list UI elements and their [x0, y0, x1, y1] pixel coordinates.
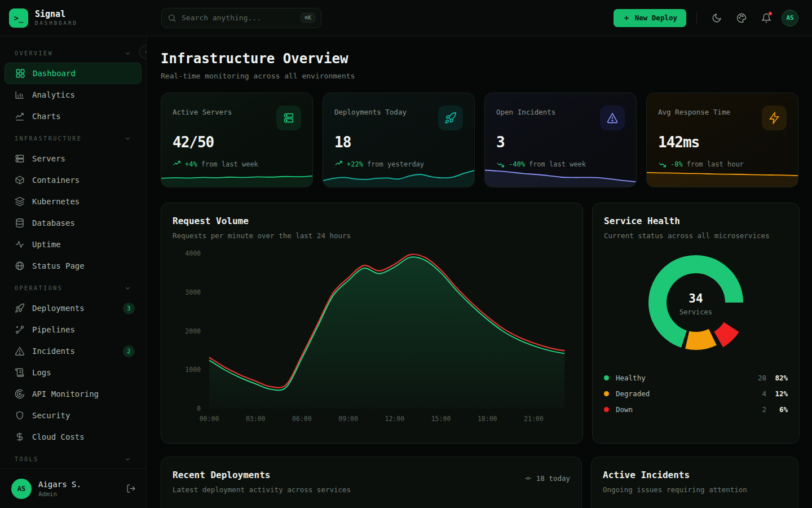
logout-button[interactable] — [126, 484, 136, 493]
sidebar-item-cloud-costs[interactable]: Cloud Costs — [5, 426, 142, 448]
legend-row-degraded: Degraded 4 12% — [604, 386, 788, 401]
trending-chart-icon — [15, 111, 25, 121]
server-icon — [15, 154, 25, 164]
sidebar-item-label: API Monitoring — [32, 389, 99, 398]
healthy-dot-icon — [604, 375, 609, 380]
recent-deployments-panel: Recent Deployments Latest deployment act… — [161, 457, 582, 508]
bolt-icon — [762, 106, 787, 130]
stat-value: 142ms — [658, 134, 787, 151]
alert-triangle-icon — [600, 106, 625, 130]
git-branch-icon — [15, 325, 25, 335]
sidebar-item-security[interactable]: Security — [5, 405, 142, 426]
sidebar-section-operations[interactable]: OPERATIONS — [5, 277, 142, 297]
sidebar-item-label: Kubernetes — [32, 197, 80, 206]
plus-icon — [623, 14, 630, 22]
sparkline-chart — [161, 161, 312, 187]
app-name: Signal — [35, 10, 78, 19]
sidebar-item-pipelines[interactable]: Pipelines — [5, 319, 142, 340]
sidebar-section-tools[interactable]: TOOLS — [5, 448, 142, 468]
service-health-legend: Healthy 28 82% Degraded 4 12% Down 2 — [604, 370, 788, 417]
active-incidents-panel: Active Incidents Ongoing issues requirin… — [591, 457, 798, 508]
moon-icon — [712, 13, 722, 23]
stat-card-open-incidents[interactable]: Open Incidents 3 -40%from last week — [484, 93, 637, 187]
sidebar-section-overview[interactable]: OVERVIEW — [5, 42, 142, 63]
request-volume-panel: Request Volume Requests per minute over … — [161, 203, 583, 444]
sidebar-section-infrastructure[interactable]: INFRASTRUCTURE — [5, 127, 142, 148]
new-deploy-button[interactable]: New Deploy — [614, 9, 686, 27]
sidebar-item-kubernetes[interactable]: Kubernetes — [5, 191, 142, 212]
sidebar-item-servers[interactable]: Servers — [5, 148, 142, 169]
sidebar-item-label: Logs — [32, 368, 51, 377]
sidebar-item-label: Servers — [32, 154, 65, 163]
box-icon — [15, 175, 25, 185]
scroll-icon — [15, 367, 25, 378]
user-role: Admin — [38, 491, 81, 498]
notification-dot — [768, 11, 773, 16]
sidebar-item-uptime[interactable]: Uptime — [5, 234, 142, 255]
sidebar-item-label: Uptime — [32, 240, 61, 249]
grid-icon — [15, 68, 25, 78]
stat-card-deployments-today[interactable]: Deployments Today 18 +22%from yesterday — [323, 93, 475, 187]
service-health-donut-chart — [642, 249, 749, 356]
logout-icon — [126, 484, 136, 493]
svg-text:09:00: 09:00 — [338, 415, 358, 423]
sidebar-item-api-monitoring[interactable]: API Monitoring — [5, 383, 142, 405]
panel-title: Request Volume — [173, 216, 571, 226]
sidebar-item-containers[interactable]: Containers — [5, 169, 142, 191]
degraded-dot-icon — [604, 391, 609, 396]
svg-text:06:00: 06:00 — [292, 415, 312, 423]
panel-subtitle: Requests per minute over the last 24 hou… — [173, 231, 571, 240]
chevron-down-icon — [124, 50, 131, 57]
stats-grid: Active Servers 42/50 +4%from last week D… — [161, 93, 798, 187]
chevron-left-icon — [143, 49, 147, 56]
sidebar-item-logs[interactable]: Logs — [5, 362, 142, 383]
sidebar: OVERVIEW Dashboard Analytics Charts INFR… — [0, 36, 147, 508]
panel-subtitle: Current status across all microservices — [604, 231, 788, 240]
server-icon — [276, 106, 301, 130]
page-subtitle: Real-time monitoring across all environm… — [161, 72, 798, 80]
stat-card-active-servers[interactable]: Active Servers 42/50 +4%from last week — [161, 93, 313, 187]
request-volume-chart: 0100020003000400000:0003:0006:0009:0012:… — [173, 243, 571, 432]
down-dot-icon — [604, 407, 609, 412]
chevron-down-icon — [124, 135, 131, 142]
svg-text:21:00: 21:00 — [524, 415, 544, 423]
sidebar-item-status-page[interactable]: Status Page — [5, 255, 142, 277]
dark-mode-toggle[interactable] — [707, 8, 726, 28]
incidents-count-badge: 2 — [123, 345, 135, 357]
panel-title: Recent Deployments — [173, 470, 351, 480]
svg-text:18:00: 18:00 — [478, 415, 497, 423]
search-input[interactable] — [182, 14, 295, 22]
sidebar-item-charts[interactable]: Charts — [5, 106, 142, 127]
sidebar-item-label: Cloud Costs — [32, 432, 85, 441]
notifications-button[interactable] — [757, 8, 776, 28]
rocket-icon — [438, 106, 463, 130]
sidebar-user: AS Aigars S. Admin — [0, 468, 146, 508]
svg-text:15:00: 15:00 — [431, 415, 451, 423]
panel-title: Service Health — [604, 216, 788, 226]
svg-text:00:00: 00:00 — [200, 415, 219, 423]
radar-icon — [15, 389, 25, 399]
database-icon — [15, 218, 25, 228]
stat-value: 3 — [496, 134, 625, 151]
sidebar-item-label: Dashboard — [33, 69, 76, 78]
palette-icon — [736, 13, 747, 23]
layers-icon — [15, 196, 25, 207]
sidebar-item-analytics[interactable]: Analytics — [5, 84, 142, 106]
app-brand: >_ Signal DASHBOARD — [0, 8, 147, 28]
theme-palette-button[interactable] — [732, 8, 751, 28]
global-search[interactable]: ⌘K — [161, 8, 321, 28]
sparkline-chart — [485, 161, 636, 187]
sidebar-item-label: Incidents — [32, 347, 75, 356]
app-subtitle: DASHBOARD — [35, 20, 78, 26]
svg-text:1000: 1000 — [185, 366, 201, 374]
stat-value: 42/50 — [173, 134, 301, 151]
sidebar-item-incidents[interactable]: Incidents 2 — [5, 340, 142, 362]
sidebar-item-deployments[interactable]: Deployments 3 — [5, 297, 142, 319]
stat-card-avg-response-time[interactable]: Avg Response Time 142ms -8%from last hou… — [646, 93, 798, 187]
globe-icon — [15, 261, 25, 271]
sidebar-item-databases[interactable]: Databases — [5, 212, 142, 234]
deployments-count-badge: 3 — [123, 303, 135, 314]
user-avatar[interactable]: AS — [782, 10, 798, 27]
topbar-divider — [696, 11, 697, 25]
sidebar-item-dashboard[interactable]: Dashboard — [5, 63, 142, 84]
